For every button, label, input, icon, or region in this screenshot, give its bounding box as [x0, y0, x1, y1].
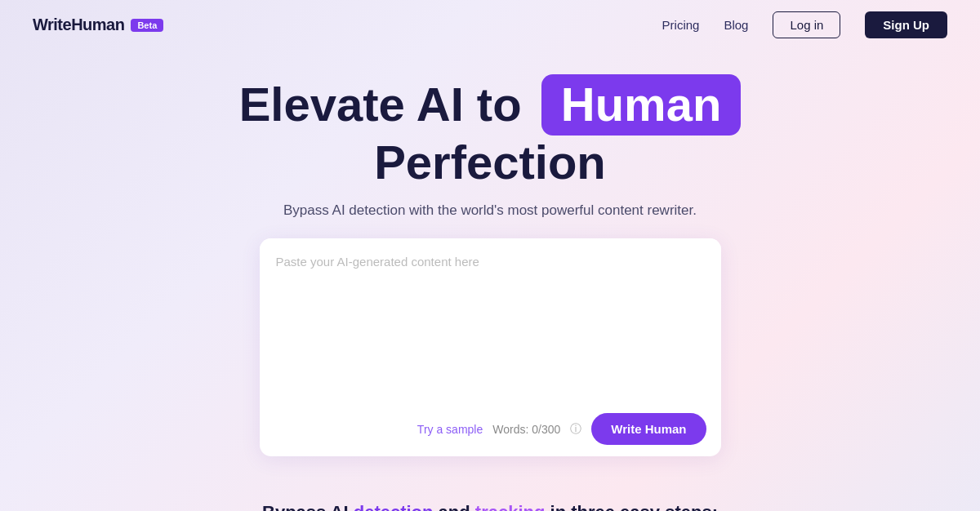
- pricing-link[interactable]: Pricing: [662, 18, 700, 32]
- input-box: Try a sample Words: 0/300 ⓘ Write Human: [260, 238, 721, 456]
- hero-title: Elevate AI to Human Perfection: [16, 74, 964, 189]
- bypass-detection-word: detection: [354, 502, 434, 511]
- hero-subtitle: Bypass AI detection with the world's mos…: [16, 202, 964, 219]
- hero-highlight: Human: [541, 74, 742, 136]
- hero-section: Elevate AI to Human Perfection Bypass AI…: [0, 50, 980, 473]
- input-footer: Try a sample Words: 0/300 ⓘ Write Human: [260, 405, 721, 456]
- bypass-title-start: Bypass AI: [262, 502, 354, 511]
- navbar: WriteHuman Beta Pricing Blog Log in Sign…: [0, 0, 980, 50]
- hero-title-part2: Perfection: [374, 136, 606, 189]
- login-button[interactable]: Log in: [773, 11, 840, 38]
- logo-text: WriteHuman: [33, 16, 124, 34]
- content-input[interactable]: [260, 238, 721, 402]
- bypass-title: Bypass AI detection and tracking in thre…: [16, 502, 964, 511]
- help-icon[interactable]: ⓘ: [570, 422, 581, 437]
- signup-button[interactable]: Sign Up: [865, 11, 947, 38]
- bypass-title-middle: and: [434, 502, 475, 511]
- nav-links: Pricing Blog Log in Sign Up: [662, 11, 947, 38]
- blog-link[interactable]: Blog: [724, 18, 748, 32]
- logo-area: WriteHuman Beta: [33, 16, 163, 34]
- bypass-title-end: in three easy steps:: [545, 502, 718, 511]
- bypass-section: Bypass AI detection and tracking in thre…: [0, 473, 980, 511]
- hero-title-part1: Elevate AI to: [239, 78, 522, 131]
- write-human-button[interactable]: Write Human: [591, 413, 706, 445]
- words-count: Words: 0/300: [492, 423, 560, 436]
- bypass-tracking-word: tracking: [475, 502, 546, 511]
- try-sample-link[interactable]: Try a sample: [417, 423, 483, 436]
- beta-badge: Beta: [131, 19, 163, 32]
